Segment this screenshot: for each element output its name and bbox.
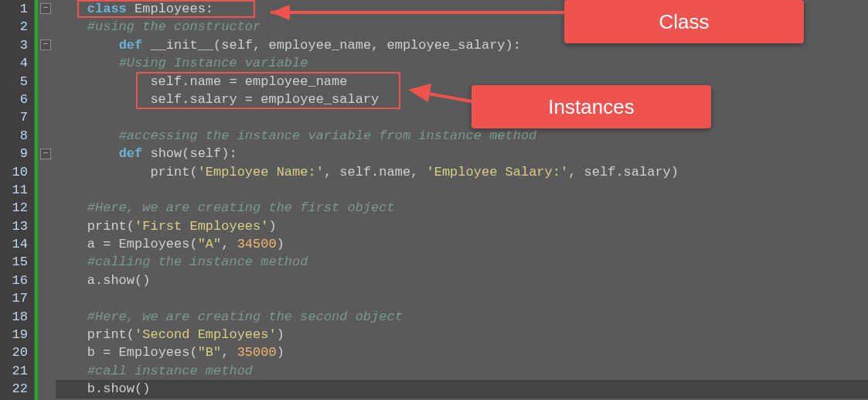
comment: #Using Instance variable: [119, 56, 308, 70]
callout-label: Instances: [548, 95, 634, 119]
line-number: 6: [0, 91, 34, 108]
callout-instances: Instances: [471, 85, 711, 128]
ident: print(: [87, 327, 134, 342]
line-number: 19: [0, 326, 34, 344]
line-number: 22: [0, 380, 34, 398]
line-number: 10: [0, 163, 34, 181]
code-line[interactable]: #Here, we are creating the first object: [56, 199, 868, 217]
highlight-box-instances: [136, 72, 400, 109]
punct: (: [213, 38, 221, 53]
punct: ,: [568, 165, 584, 179]
line-number: 7: [0, 108, 34, 126]
keyword: def: [119, 146, 151, 161]
comment: #accessing the instance variable from in…: [119, 128, 537, 143]
code-line[interactable]: b = Employees("B", 35000): [56, 344, 868, 361]
line-number: 9: [0, 145, 34, 162]
string: "B": [198, 345, 222, 360]
code-line[interactable]: a.show(): [56, 272, 868, 289]
ident: b = Employees(: [87, 345, 198, 360]
punct: ,: [221, 237, 237, 251]
code-line[interactable]: #call instance method: [56, 362, 868, 380]
punct: ): [277, 327, 284, 342]
ident: print(: [150, 165, 197, 179]
line-number: 18: [0, 308, 34, 326]
fold-toggle-icon[interactable]: −: [40, 3, 51, 14]
string: 'Second Employees': [134, 327, 277, 342]
number: 35000: [237, 345, 277, 360]
fold-toggle-icon[interactable]: −: [40, 149, 51, 159]
string: "A": [198, 237, 222, 251]
line-number: 11: [0, 181, 34, 199]
line-number: 5: [0, 73, 34, 91]
ident: a = Employees(: [87, 237, 198, 251]
punct: ): [277, 345, 284, 360]
punct: ): [268, 219, 276, 234]
self: self: [339, 165, 371, 179]
code-line[interactable]: print('Employee Name:', self.name, 'Empl…: [56, 163, 868, 181]
code-line[interactable]: #calling the instance method: [56, 253, 868, 271]
code-line[interactable]: #Using Instance variable: [56, 54, 868, 72]
line-number: 2: [0, 18, 34, 36]
keyword: def: [119, 38, 151, 53]
punct: ,: [324, 165, 339, 179]
string: 'Employee Salary:': [427, 165, 569, 179]
line-number: 8: [0, 127, 34, 145]
svg-marker-3: [408, 84, 431, 102]
ident: .salary): [615, 165, 679, 179]
line-number-gutter: 1 2 3 4 5 6 7 8 9 10 11 12 13 14 15 16 1…: [0, 0, 34, 400]
line-number: 12: [0, 199, 34, 217]
arrow-class: [247, 0, 572, 31]
comment: #Here, we are creating the second object: [87, 309, 403, 324]
line-number: 13: [0, 217, 34, 235]
code-line[interactable]: [56, 289, 868, 307]
punct: ):: [221, 146, 237, 161]
fold-toggle-icon[interactable]: −: [40, 39, 51, 50]
highlight-box-class: [77, 0, 255, 18]
callout-class: Class: [564, 0, 804, 43]
ident: a.show(): [87, 273, 151, 288]
def-name: show: [150, 146, 182, 161]
code-line[interactable]: [56, 181, 868, 199]
def-name: __init__: [150, 38, 213, 53]
line-number: 4: [0, 54, 34, 72]
ident: .name,: [371, 165, 426, 179]
number: 34500: [237, 237, 277, 251]
arrow-instances: [394, 77, 487, 116]
ident: b.show(): [87, 381, 151, 396]
string: 'Employee Name:': [198, 165, 324, 179]
svg-marker-1: [271, 5, 290, 20]
line-number: 15: [0, 253, 34, 271]
code-line[interactable]: #accessing the instance variable from in…: [56, 127, 868, 145]
ident: print(: [87, 219, 134, 234]
params: , employee_name, employee_salary):: [253, 38, 521, 53]
line-number: 16: [0, 272, 34, 289]
line-number: 17: [0, 289, 34, 307]
comment: #using the constructor: [87, 19, 260, 34]
comment: #calling the instance method: [87, 255, 308, 269]
line-number: 3: [0, 36, 34, 54]
code-line[interactable]: print('Second Employees'): [56, 326, 868, 344]
line-number: 20: [0, 344, 34, 361]
code-line-current[interactable]: b.show(): [56, 380, 868, 398]
punct: (: [182, 146, 189, 161]
self: self: [221, 38, 253, 53]
comment: #Here, we are creating the first object: [87, 200, 395, 215]
code-editor[interactable]: 1 2 3 4 5 6 7 8 9 10 11 12 13 14 15 16 1…: [0, 0, 868, 400]
code-line[interactable]: #Here, we are creating the second object: [56, 308, 868, 326]
line-number: 21: [0, 362, 34, 380]
code-line[interactable]: a = Employees("A", 34500): [56, 235, 868, 253]
punct: ,: [221, 345, 237, 360]
string: 'First Employees': [134, 219, 268, 234]
line-number: 14: [0, 235, 34, 253]
code-line[interactable]: def show(self):: [56, 145, 868, 162]
fold-column: − − −: [38, 0, 53, 400]
comment: #call instance method: [87, 364, 253, 378]
line-number: 1: [0, 0, 34, 18]
code-line[interactable]: print('First Employees'): [56, 217, 868, 235]
self: self: [584, 165, 616, 179]
code-area[interactable]: class Employees: #using the constructor …: [56, 0, 868, 400]
callout-label: Class: [659, 10, 709, 34]
self: self: [189, 146, 221, 161]
punct: ): [277, 237, 284, 251]
